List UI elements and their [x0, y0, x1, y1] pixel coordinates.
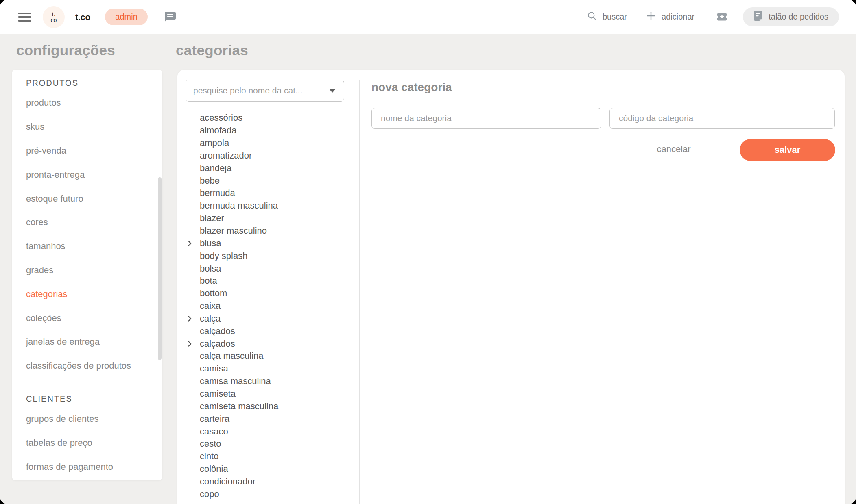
category-row-condicionador[interactable]: condicionador	[177, 475, 356, 488]
category-label: copo	[200, 489, 219, 500]
category-row-calcados[interactable]: calçados	[177, 325, 356, 337]
category-label: carteira	[200, 414, 229, 424]
category-label: almofada	[200, 125, 237, 136]
category-row-blusa[interactable]: blusa	[177, 237, 356, 250]
category-label: bolsa	[200, 263, 221, 274]
category-label: camisa masculina	[200, 376, 271, 387]
cancel-button[interactable]: cancelar	[645, 138, 702, 160]
menu-icon[interactable]	[18, 13, 31, 22]
sidebar-item-pre-venda[interactable]: pré-venda	[12, 139, 162, 163]
category-row-caixa[interactable]: caixa	[177, 300, 356, 313]
sidebar-nav: PRODUTOSprodutosskuspré-vendapronta-entr…	[12, 70, 162, 479]
category-row-carteira[interactable]: carteira	[177, 413, 356, 425]
app-window: t. co t.co admin buscar	[0, 0, 856, 504]
sidebar-item-tamanhos[interactable]: tamanhos	[12, 235, 162, 259]
category-row-camiseta-masculina[interactable]: camiseta masculina	[177, 400, 356, 413]
category-row-blazer[interactable]: blazer	[177, 212, 356, 225]
category-row-colonia[interactable]: colônia	[177, 463, 356, 476]
category-label: colônia	[200, 464, 228, 474]
category-row-bandeja[interactable]: bandeja	[177, 162, 356, 174]
brand-logo[interactable]: t. co	[43, 6, 65, 28]
category-row-bermuda[interactable]: bermuda	[177, 187, 356, 200]
vertical-divider	[359, 80, 360, 504]
expand-chevron-icon[interactable]	[185, 239, 194, 248]
admin-badge[interactable]: admin	[105, 9, 147, 25]
category-row-casaco[interactable]: casaco	[177, 425, 356, 438]
category-row-aromatizador[interactable]: aromatizador	[177, 150, 356, 162]
sidebar-item-estoque-futuro[interactable]: estoque futuro	[12, 187, 162, 211]
category-row-body-splash[interactable]: body splash	[177, 250, 356, 262]
add-button[interactable]: adicionar	[646, 11, 694, 23]
category-name-input[interactable]	[371, 108, 601, 129]
category-label: blazer masculino	[200, 226, 267, 236]
category-label: bebe	[200, 176, 220, 186]
sidebar-item-grupos-de-clientes[interactable]: grupos de clientes	[12, 407, 162, 431]
category-label: cinto	[200, 451, 218, 462]
sidebar-item-formas-de-pagamento[interactable]: formas de pagamento	[12, 455, 162, 479]
search-button[interactable]: buscar	[587, 11, 627, 23]
chat-icon[interactable]	[165, 12, 176, 22]
save-button[interactable]: salvar	[740, 139, 835, 161]
category-row-bota[interactable]: bota	[177, 275, 356, 287]
sidebar-item-pronta-entrega[interactable]: pronta-entrega	[12, 163, 162, 187]
expand-chevron-icon[interactable]	[185, 339, 194, 348]
category-row-cesto[interactable]: cesto	[177, 438, 356, 450]
category-search-select[interactable]: pesquise pelo nome da cat...	[186, 80, 344, 102]
category-label: bermuda	[200, 188, 235, 198]
category-row-acessorios[interactable]: acessórios	[177, 112, 356, 124]
category-row-blazer-masculino[interactable]: blazer masculino	[177, 225, 356, 237]
sidebar-item-categorias[interactable]: categorias	[12, 282, 162, 306]
sidebar-item-produtos[interactable]: produtos	[12, 91, 162, 115]
category-row-camisa-masculina[interactable]: camisa masculina	[177, 375, 356, 388]
ticket-star-icon[interactable]	[716, 11, 728, 23]
category-label: camiseta	[200, 389, 236, 399]
order-pad-button[interactable]: talão de pedidos	[743, 7, 839, 26]
category-row-bottom[interactable]: bottom	[177, 287, 356, 300]
topbar-actions: buscar adicionar	[587, 7, 856, 26]
plus-icon	[646, 11, 656, 23]
category-row-ampola[interactable]: ampola	[177, 137, 356, 150]
sidebar-item-tabelas-de-preco[interactable]: tabelas de preço	[12, 431, 162, 455]
category-label: caixa	[200, 301, 221, 311]
category-row-copo[interactable]: copo	[177, 488, 356, 500]
category-row-calca[interactable]: calça	[177, 313, 356, 325]
sidebar-item-janelas-de-entrega[interactable]: janelas de entrega	[12, 330, 162, 354]
category-row-bolsa[interactable]: bolsa	[177, 262, 356, 275]
category-label: camiseta masculina	[200, 401, 278, 412]
page-title: categorias	[176, 42, 248, 59]
category-row-calcados[interactable]: calçados	[177, 337, 356, 350]
category-label: bota	[200, 276, 217, 286]
order-pad-label: talão de pedidos	[769, 12, 828, 22]
category-row-almofada[interactable]: almofada	[177, 124, 356, 137]
search-label: buscar	[603, 12, 627, 22]
sidebar-item-colecoes[interactable]: coleções	[12, 306, 162, 330]
category-label: bandeja	[200, 163, 231, 174]
sidebar-item-skus[interactable]: skus	[12, 115, 162, 139]
expand-chevron-icon[interactable]	[185, 314, 194, 323]
category-label: camisa	[200, 363, 228, 374]
category-row-bebe[interactable]: bebe	[177, 174, 356, 187]
new-category-title: nova categoria	[371, 81, 452, 94]
category-list: acessóriosalmofadaampolaaromatizadorband…	[177, 112, 356, 500]
category-label: calçados	[200, 339, 235, 349]
category-row-bermuda-masculina[interactable]: bermuda masculina	[177, 200, 356, 212]
sidebar-scrollbar-thumb[interactable]	[158, 177, 162, 360]
category-label: cesto	[200, 439, 221, 449]
category-row-calca-masculina[interactable]: calça masculina	[177, 350, 356, 363]
category-label: condicionador	[200, 476, 255, 487]
brand-name: t.co	[75, 12, 90, 22]
category-code-input[interactable]	[609, 108, 835, 129]
sidebar-item-classificacoes-de-produtos[interactable]: classificações de produtos	[12, 354, 162, 378]
settings-title: configurações	[16, 42, 115, 59]
category-row-camiseta[interactable]: camiseta	[177, 388, 356, 400]
category-search-placeholder: pesquise pelo nome da cat...	[186, 86, 303, 96]
logo-text-line2: co	[50, 17, 57, 23]
sidebar-item-grades[interactable]: grades	[12, 259, 162, 282]
category-label: casaco	[200, 426, 228, 437]
category-label: calçados	[200, 326, 235, 337]
category-label: body splash	[200, 251, 247, 261]
sidebar-item-cores[interactable]: cores	[12, 211, 162, 235]
category-row-cinto[interactable]: cinto	[177, 450, 356, 463]
category-row-camisa[interactable]: camisa	[177, 363, 356, 375]
category-label: calça masculina	[200, 351, 264, 361]
